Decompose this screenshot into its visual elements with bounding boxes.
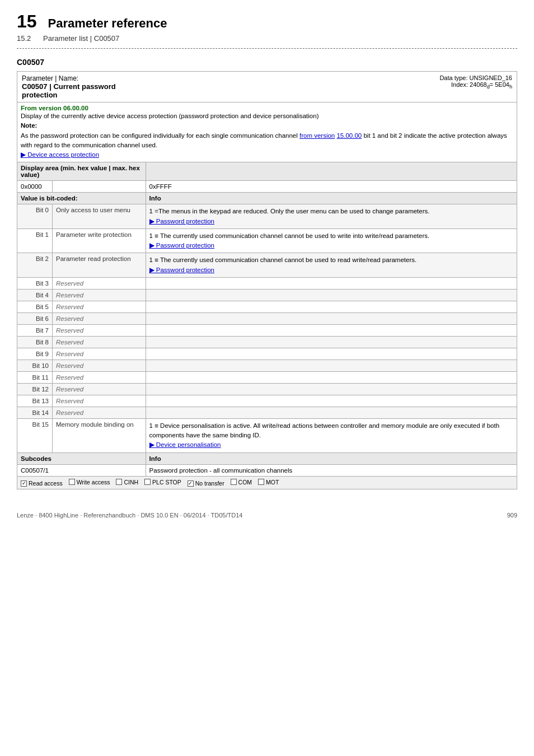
plc-stop-checkbox: [144, 479, 151, 485]
display-area-label: Display area (min. hex value | max. hex …: [21, 165, 140, 178]
bit-10-desc: Reserved: [53, 360, 146, 371]
bit-7-desc: Reserved: [53, 324, 146, 336]
access-no-transfer: ✓ No transfer: [188, 480, 224, 487]
read-label: Read access: [29, 480, 63, 487]
index-label: Index: 24068d= 5E04h: [451, 81, 512, 88]
bit-1-desc: Parameter write protection: [53, 228, 146, 253]
bit-7-label: Bit 7: [17, 324, 53, 336]
note-link[interactable]: from version: [299, 132, 335, 139]
read-checkbox: ✓: [21, 480, 27, 487]
bit-2-desc: Parameter read protection: [53, 253, 146, 278]
bit-1-info: 1 ≡ The currently used communication cha…: [146, 228, 517, 253]
bit-2-link[interactable]: Password protection: [149, 267, 214, 273]
bit-11-label: Bit 11: [17, 371, 53, 383]
access-write: Write access: [69, 479, 110, 486]
subcode-info: Password protection - all communication …: [146, 464, 517, 476]
param-datatype: Data type: UNSIGNED_16 Index: 24068d= 5E…: [150, 74, 512, 90]
subcode-value: C00507/1: [21, 467, 49, 474]
mot-label: MOT: [266, 479, 279, 486]
bit-14-info: [146, 407, 517, 418]
no-transfer-label: No transfer: [195, 480, 224, 487]
com-label: COM: [238, 479, 252, 486]
bit-5-desc: Reserved: [53, 301, 146, 312]
param-label: Parameter | Name: C00507 | Current passw…: [22, 74, 141, 99]
bit-3-label: Bit 3: [17, 277, 53, 289]
bit-8-info: [146, 336, 517, 348]
bit-row-1: Bit 1 Parameter write protection 1 ≡ The…: [17, 228, 517, 253]
desc-text: Display of the currently active device a…: [21, 111, 513, 160]
bit-0-label: Bit 0: [17, 204, 53, 229]
write-label: Write access: [77, 479, 110, 486]
bit-1-label: Bit 1: [17, 228, 53, 253]
bit-0-info: 1 =The menus in the keypad are reduced. …: [146, 204, 517, 229]
subcode-code: C00507/1: [17, 464, 146, 476]
bit-6-desc: Reserved: [53, 312, 146, 324]
section-divider: [17, 48, 517, 49]
bit-row-7: Bit 7 Reserved: [17, 324, 517, 336]
bit-13-info: [146, 395, 517, 407]
value-header-col1: Value is bit-coded:: [17, 193, 146, 204]
bit-4-label: Bit 4: [17, 289, 53, 301]
bit-row-12: Bit 12 Reserved: [17, 383, 517, 395]
bit-5-label: Bit 5: [17, 301, 53, 312]
bit-11-desc: Reserved: [53, 371, 146, 383]
note-label: Note:: [21, 122, 37, 129]
param-label-cell: Parameter | Name: C00507 | Current passw…: [17, 72, 146, 102]
bit-15-desc: Memory module binding on: [53, 418, 146, 452]
bit-12-desc: Reserved: [53, 383, 146, 395]
footer-access-cell: ✓ Read access Write access CINH PLC STOP…: [17, 476, 517, 489]
device-access-link[interactable]: Device access protection: [21, 151, 99, 158]
bit-0-desc: Only access to user menu: [53, 204, 146, 229]
param-name: C00507 | Current password protection: [22, 82, 116, 99]
bit-row-5: Bit 5 Reserved: [17, 301, 517, 312]
hex-max: 0xFFFF: [146, 181, 517, 193]
mot-checkbox: [258, 479, 264, 485]
bit-11-info: [146, 371, 517, 383]
chapter-title: Parameter reference: [48, 16, 167, 31]
bit-row-10: Bit 10 Reserved: [17, 360, 517, 371]
bit-row-13: Bit 13 Reserved: [17, 395, 517, 407]
display-area-spacer: [146, 162, 517, 181]
bit-10-label: Bit 10: [17, 360, 53, 371]
section-anchor: C00507: [17, 58, 517, 67]
bit-13-desc: Reserved: [53, 395, 146, 407]
access-plc-stop: PLC STOP: [144, 479, 181, 486]
access-read: ✓ Read access: [21, 480, 63, 487]
version-cell: From version 06.00.00 Display of the cur…: [17, 102, 517, 162]
bit-5-info: [146, 301, 517, 312]
page-number: 909: [507, 512, 517, 519]
bit-row-14: Bit 14 Reserved: [17, 407, 517, 418]
display-area-label-cell: Display area (min. hex value | max. hex …: [17, 162, 146, 181]
cinh-checkbox: [116, 479, 122, 485]
param-table: Parameter | Name: C00507 | Current passw…: [17, 71, 517, 489]
bit-15-label: Bit 15: [17, 418, 53, 452]
page-header: 15 Parameter reference: [17, 11, 517, 32]
bit-row-0: Bit 0 Only access to user menu 1 =The me…: [17, 204, 517, 229]
bit-3-desc: Reserved: [53, 277, 146, 289]
hex-row: 0x0000 0xFFFF: [17, 181, 517, 193]
com-checkbox: [231, 479, 237, 485]
value-header-col2: Info: [146, 193, 517, 204]
bit-9-label: Bit 9: [17, 348, 53, 360]
bit-0-link[interactable]: Password protection: [149, 218, 214, 225]
note-link2[interactable]: 15.00.00: [336, 132, 362, 139]
param-datatype-cell: Data type: UNSIGNED_16 Index: 24068d= 5E…: [146, 72, 517, 102]
section-number: 15.2: [17, 34, 31, 43]
bit-row-9: Bit 9 Reserved: [17, 348, 517, 360]
bit-row-11: Bit 11 Reserved: [17, 371, 517, 383]
bit-row-3: Bit 3 Reserved: [17, 277, 517, 289]
cinh-label: CINH: [124, 479, 138, 486]
bit-13-label: Bit 13: [17, 395, 53, 407]
value-header-row: Value is bit-coded: Info: [17, 193, 517, 204]
write-checkbox: [69, 479, 75, 485]
bit-10-info: [146, 360, 517, 371]
chapter-number: 15: [17, 11, 37, 32]
footer-access-row: ✓ Read access Write access CINH PLC STOP…: [17, 476, 517, 489]
access-cinh: CINH: [116, 479, 138, 486]
bit-15-link[interactable]: Device personalisation: [149, 441, 221, 448]
bit-2-label: Bit 2: [17, 253, 53, 278]
bit-1-link[interactable]: Password protection: [149, 242, 214, 249]
param-label-text: Parameter | Name:: [22, 74, 78, 82]
section-line: 15.2 Parameter list | C00507: [17, 34, 517, 43]
plc-stop-label: PLC STOP: [152, 479, 181, 486]
